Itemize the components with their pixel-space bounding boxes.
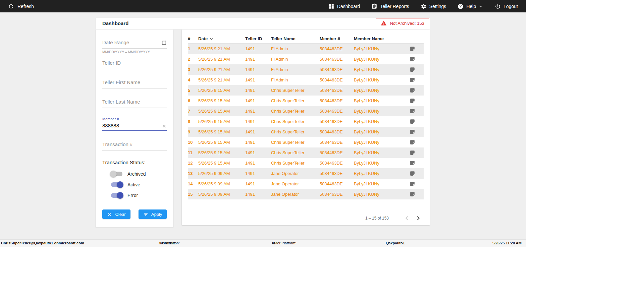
table-header-row: # Date Teller ID Teller Name Member # Me… (188, 34, 424, 44)
teller-first-name-input[interactable] (102, 78, 167, 88)
refresh-button[interactable]: Refresh (8, 3, 34, 9)
transactions-table-panel: # Date Teller ID Teller Name Member # Me… (182, 29, 430, 225)
column-date-sort[interactable]: Date (198, 36, 245, 42)
row-member-name: ByLyJI KUNy (354, 88, 408, 93)
row-teller-name: Chris SuperTeller (271, 140, 320, 145)
chevron-down-icon (478, 4, 483, 9)
note-icon[interactable] (410, 87, 415, 93)
note-icon[interactable] (410, 181, 415, 187)
table-row[interactable]: 15 5/26/25 9:09 AM 1491 Jane Operator 50… (188, 189, 424, 199)
table-row[interactable]: 5 5/26/25 9:15 AM 1491 Chris SuperTeller… (188, 85, 424, 96)
top-bar: Refresh Dashboard Teller Reports Settin (0, 0, 526, 12)
note-icon[interactable] (410, 129, 415, 135)
table-row[interactable]: 4 5/26/25 9:21 AM 1491 Fi Admin 5034463D… (188, 75, 424, 85)
toggle-switch[interactable] (111, 172, 122, 176)
top-navigation: Dashboard Teller Reports Settings Help (328, 3, 518, 9)
table-row[interactable]: 12 5/26/25 9:15 AM 1491 Chris SuperTelle… (188, 158, 424, 168)
not-archived-badge[interactable]: Not Archived: 153 (376, 18, 429, 28)
note-icon[interactable] (410, 77, 415, 83)
row-member-name: ByLyJI KUNy (354, 77, 408, 82)
teller-id-input[interactable] (102, 59, 167, 69)
row-teller-name: Jane Operator (271, 181, 320, 186)
note-icon[interactable] (410, 67, 415, 72)
toggle-switch[interactable] (111, 193, 122, 198)
dashboard-icon (328, 3, 334, 9)
table-row[interactable]: 13 5/26/25 9:09 AM 1491 Jane Operator 50… (188, 168, 424, 179)
row-number: 5 (188, 88, 198, 93)
toggle-switch[interactable] (111, 182, 122, 187)
row-member-number: 5034463DE (320, 150, 354, 155)
row-teller-name: Chris SuperTeller (271, 129, 320, 134)
teller-first-name-field (102, 78, 167, 88)
date-range-input[interactable] (102, 38, 167, 49)
toggle-label: Error (127, 193, 138, 198)
column-teller-name: Teller Name (271, 36, 320, 41)
nav-logout-label: Logout (503, 4, 518, 9)
note-icon[interactable] (410, 191, 415, 197)
nav-settings[interactable]: Settings (421, 3, 446, 9)
column-number: # (188, 36, 198, 41)
status-toggle[interactable]: Error (111, 193, 167, 198)
apply-button[interactable]: Apply (139, 209, 167, 219)
previous-page-icon[interactable] (403, 214, 411, 222)
nav-logout[interactable]: Logout (495, 3, 518, 9)
table-row[interactable]: 2 5/26/25 9:21 AM 1491 Fi Admin 5034463D… (188, 54, 424, 64)
note-icon[interactable] (410, 98, 415, 104)
calendar-icon[interactable] (161, 40, 167, 45)
date-range-field: MM/DD/YYYY – MM/DD/YYYY (102, 38, 167, 54)
row-member-name: ByLyJI KUNy (354, 129, 408, 134)
table-row[interactable]: 3 5/26/25 9:21 AM 1491 Fi Admin 5034463D… (188, 64, 424, 75)
row-member-name: ByLyJI KUNy (354, 161, 408, 166)
table-row[interactable]: 8 5/26/25 9:15 AM 1491 Chris SuperTeller… (188, 116, 424, 127)
status-toggle[interactable]: Archived (111, 171, 167, 177)
row-date: 5/26/25 9:09 AM (198, 181, 245, 186)
note-icon[interactable] (410, 150, 415, 156)
row-date: 5/26/25 9:15 AM (198, 150, 245, 155)
note-icon[interactable] (410, 119, 415, 124)
table-row[interactable]: 14 5/26/25 9:09 AM 1491 Jane Operator 50… (188, 179, 424, 189)
nav-teller-reports-label: Teller Reports (380, 4, 409, 9)
table-row[interactable]: 9 5/26/25 9:15 AM 1491 Chris SuperTeller… (188, 127, 424, 137)
row-teller-id: 1491 (245, 67, 271, 72)
row-teller-name: Fi Admin (271, 57, 320, 62)
nav-dashboard[interactable]: Dashboard (328, 3, 360, 9)
nav-help[interactable]: Help (458, 3, 483, 9)
clear-button[interactable]: Clear (102, 209, 130, 219)
transaction-number-input[interactable] (102, 140, 167, 150)
note-icon[interactable] (410, 46, 415, 52)
row-member-name: ByLyJI KUNy (354, 181, 408, 186)
table-row[interactable]: 7 5/26/25 9:15 AM 1491 Chris SuperTeller… (188, 106, 424, 116)
nav-teller-reports[interactable]: Teller Reports (371, 3, 409, 9)
row-member-name: ByLyJI KUNy (354, 140, 408, 145)
page-header: Dashboard Not Archived: 153 (96, 18, 430, 29)
clear-member-icon[interactable] (162, 124, 167, 128)
note-icon[interactable] (410, 108, 415, 114)
status-toggle[interactable]: Active (111, 182, 167, 187)
note-icon[interactable] (410, 171, 415, 176)
table-row[interactable]: 10 5/26/25 9:15 AM 1491 Chris SuperTelle… (188, 137, 424, 147)
row-date: 5/26/25 9:21 AM (198, 77, 245, 82)
table-row[interactable]: 6 5/26/25 9:15 AM 1491 Chris SuperTeller… (188, 96, 424, 106)
row-member-name: ByLyJI KUNy (354, 57, 408, 62)
row-teller-name: Chris SuperTeller (271, 88, 320, 93)
table-row[interactable]: 1 5/26/25 9:21 AM 1491 Fi Admin 5034463D… (188, 44, 424, 54)
column-member-number: Member # (320, 36, 354, 41)
next-page-icon[interactable] (414, 214, 422, 222)
row-number: 14 (188, 181, 198, 186)
nav-dashboard-label: Dashboard (337, 4, 360, 9)
note-icon[interactable] (410, 160, 415, 166)
teller-last-name-input[interactable] (102, 98, 167, 108)
row-teller-id: 1491 (245, 46, 271, 51)
row-date: 5/26/25 9:15 AM (198, 88, 245, 93)
member-number-input[interactable] (102, 121, 167, 131)
refresh-label: Refresh (17, 4, 34, 9)
filter-actions: Clear Apply (102, 209, 167, 219)
note-icon[interactable] (410, 139, 415, 145)
column-member-name: Member Name (354, 36, 408, 41)
current-datetime: 5/26/25 11:20 AM. (492, 240, 523, 247)
note-icon[interactable] (410, 56, 415, 62)
row-date: 5/26/25 9:15 AM (198, 98, 245, 103)
row-teller-id: 1491 (245, 88, 271, 93)
row-member-name: ByLyJI KUNy (354, 67, 408, 72)
table-row[interactable]: 11 5/26/25 9:15 AM 1491 Chris SuperTelle… (188, 147, 424, 158)
